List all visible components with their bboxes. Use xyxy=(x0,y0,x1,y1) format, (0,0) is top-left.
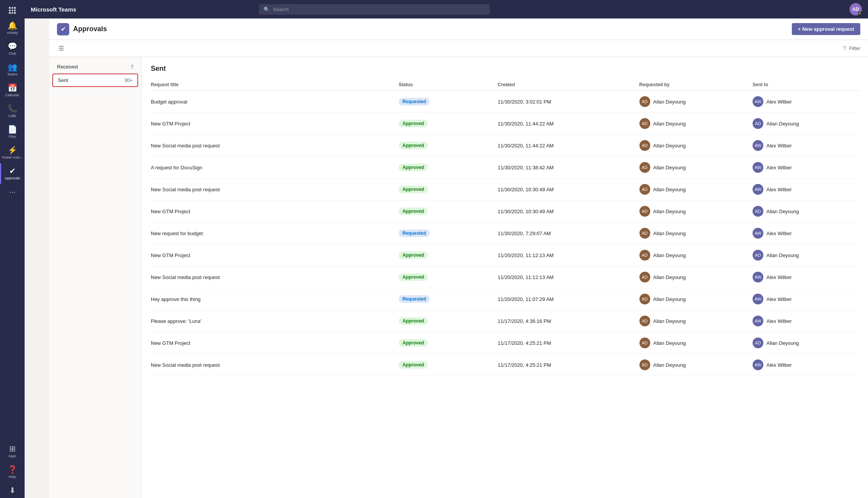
cell-sent-to: AD Allan Deyoung xyxy=(753,244,859,266)
sidebar-item-grid[interactable] xyxy=(0,3,25,18)
nav-item-sent[interactable]: Sent 30+ xyxy=(52,74,138,87)
cell-status: Approved xyxy=(399,135,498,157)
requested-by-name: Allan Deyoung xyxy=(653,99,686,105)
avatar-requested: AD xyxy=(639,359,650,370)
cell-title: New GTM Project xyxy=(151,244,399,266)
avatar-requested: AD xyxy=(639,272,650,282)
requested-by-name: Allan Deyoung xyxy=(653,318,686,324)
main-area: ✔ Approvals + New approval request ☰ ⊤ F… xyxy=(49,18,868,498)
table-row[interactable]: Please approve: 'Luna' Approved 11/17/20… xyxy=(151,310,859,332)
sidebar-item-calendar[interactable]: 📅 Calendar xyxy=(0,80,25,101)
table-row[interactable]: A request for DocuSign Approved 11/30/20… xyxy=(151,157,859,179)
cell-status: Approved xyxy=(399,266,498,288)
cell-status: Approved xyxy=(399,179,498,201)
nav-item-received[interactable]: Received 7 xyxy=(49,60,141,74)
requested-by-name: Allan Deyoung xyxy=(653,187,686,192)
cell-sent-to: AW Alex Wilber xyxy=(753,91,859,113)
sidebar-item-teams[interactable]: 👥 Teams xyxy=(0,59,25,80)
cell-title: New Social media post request xyxy=(151,135,399,157)
activity-icon: 🔔 xyxy=(8,22,17,29)
cell-sent-to: AW Alex Wilber xyxy=(753,288,859,310)
teams-icon: 👥 xyxy=(8,63,17,71)
cell-created: 11/20/2020, 11:07:29 AM xyxy=(498,288,639,310)
cell-requested-by: AD Allan Deyoung xyxy=(639,288,753,310)
sent-to-name: Alex Wilber xyxy=(766,318,792,324)
cell-title: A request for DocuSign xyxy=(151,157,399,179)
search-input[interactable] xyxy=(273,7,485,12)
requested-by-name: Allan Deyoung xyxy=(653,296,686,302)
avatar-sentto: AW xyxy=(753,140,763,151)
table-row[interactable]: New GTM Project Approved 11/30/2020, 10:… xyxy=(151,201,859,222)
requested-by-name: Allan Deyoung xyxy=(653,362,686,368)
sidebar-item-download[interactable]: ⬇ xyxy=(0,483,25,498)
avatar-requested: AD xyxy=(639,316,650,326)
chat-icon: 💬 xyxy=(8,42,17,50)
cell-sent-to: AD Allan Deyoung xyxy=(753,201,859,222)
sidebar-item-more[interactable]: ··· xyxy=(0,184,25,199)
sidebar-item-approvals[interactable]: ✔ Approvals xyxy=(0,163,25,184)
files-icon: 📄 xyxy=(8,125,17,133)
table-row[interactable]: Budget approval Requested 11/30/2020, 3:… xyxy=(151,91,859,113)
sidebar-item-apps[interactable]: ⊞ Apps xyxy=(0,441,25,462)
filter-icon: ⊤ xyxy=(843,45,847,51)
cell-requested-by: AD Allan Deyoung xyxy=(639,201,753,222)
table-row[interactable]: Hey approve this thing Requested 11/20/2… xyxy=(151,288,859,310)
status-badge: Approved xyxy=(399,142,428,149)
sidebar-label-calls: Calls xyxy=(8,114,16,118)
cell-requested-by: AD Allan Deyoung xyxy=(639,91,753,113)
table-row[interactable]: New Social media post request Approved 1… xyxy=(151,354,859,376)
sidebar-item-power-automate[interactable]: ⚡ Power Auto... xyxy=(0,142,25,163)
table-row[interactable]: New Social media post request Approved 1… xyxy=(151,179,859,201)
table-row[interactable]: New GTM Project Approved 11/20/2020, 11:… xyxy=(151,244,859,266)
sent-to-name: Alex Wilber xyxy=(766,296,792,302)
cell-title: New GTM Project xyxy=(151,332,399,354)
avatar-sentto: AW xyxy=(753,96,763,107)
avatar-sentto: AD xyxy=(753,206,763,217)
filter-button[interactable]: ⊤ Filter xyxy=(843,45,860,51)
table-row[interactable]: New Social media post request Approved 1… xyxy=(151,266,859,288)
cell-created: 11/17/2020, 4:36:16 PM xyxy=(498,310,639,332)
sidebar-item-chat[interactable]: 💬 Chat xyxy=(0,38,25,59)
avatar-sentto: AD xyxy=(753,338,763,348)
avatar-requested: AD xyxy=(639,118,650,129)
sent-to-name: Alex Wilber xyxy=(766,99,792,105)
calendar-icon: 📅 xyxy=(8,84,17,92)
cell-sent-to: AW Alex Wilber xyxy=(753,310,859,332)
sidebar-item-files[interactable]: 📄 Files xyxy=(0,122,25,142)
sidebar-item-calls[interactable]: 📞 Calls xyxy=(0,101,25,122)
sidebar-label-files: Files xyxy=(8,135,16,139)
col-header-created: Created xyxy=(498,79,639,91)
table-row[interactable]: New GTM Project Approved 11/30/2020, 11:… xyxy=(151,113,859,135)
hamburger-button[interactable]: ☰ xyxy=(57,43,65,53)
avatar-sentto: AW xyxy=(753,272,763,282)
table-row[interactable]: New Social media post request Approved 1… xyxy=(151,135,859,157)
requested-by-name: Allan Deyoung xyxy=(653,165,686,170)
col-header-sentto: Sent to xyxy=(753,79,859,91)
table-row[interactable]: New GTM Project Approved 11/17/2020, 4:2… xyxy=(151,332,859,354)
sidebar-item-help[interactable]: ❓ Help xyxy=(0,462,25,483)
status-badge: Approved xyxy=(399,120,428,127)
table-row[interactable]: New request for budget Requested 11/30/2… xyxy=(151,222,859,244)
new-approval-button[interactable]: + New approval request xyxy=(792,23,860,35)
status-badge: Requested xyxy=(399,295,430,303)
status-badge: Approved xyxy=(399,361,428,369)
approvals-table: Request title Status Created Requested b… xyxy=(151,79,859,376)
grid-icon xyxy=(9,7,16,14)
sidebar: 🔔 Activity 💬 Chat 👥 Teams 📅 Calendar 📞 C… xyxy=(0,0,25,498)
cell-requested-by: AD Allan Deyoung xyxy=(639,332,753,354)
cell-created: 11/30/2020, 11:44:22 AM xyxy=(498,113,639,135)
cell-status: Approved xyxy=(399,354,498,376)
search-bar[interactable]: 🔍 xyxy=(259,4,490,15)
avatar[interactable]: AD xyxy=(850,3,862,15)
avatar-requested: AD xyxy=(639,338,650,348)
sidebar-label-activity: Activity xyxy=(7,31,18,35)
sent-to-name: Alex Wilber xyxy=(766,362,792,368)
cell-title: New GTM Project xyxy=(151,201,399,222)
cell-title: New Social media post request xyxy=(151,266,399,288)
avatar-sentto: AW xyxy=(753,359,763,370)
sent-to-name: Allan Deyoung xyxy=(766,121,799,127)
requested-by-name: Allan Deyoung xyxy=(653,231,686,236)
sidebar-item-activity[interactable]: 🔔 Activity xyxy=(0,18,25,38)
cell-sent-to: AW Alex Wilber xyxy=(753,157,859,179)
col-header-status: Status xyxy=(399,79,498,91)
